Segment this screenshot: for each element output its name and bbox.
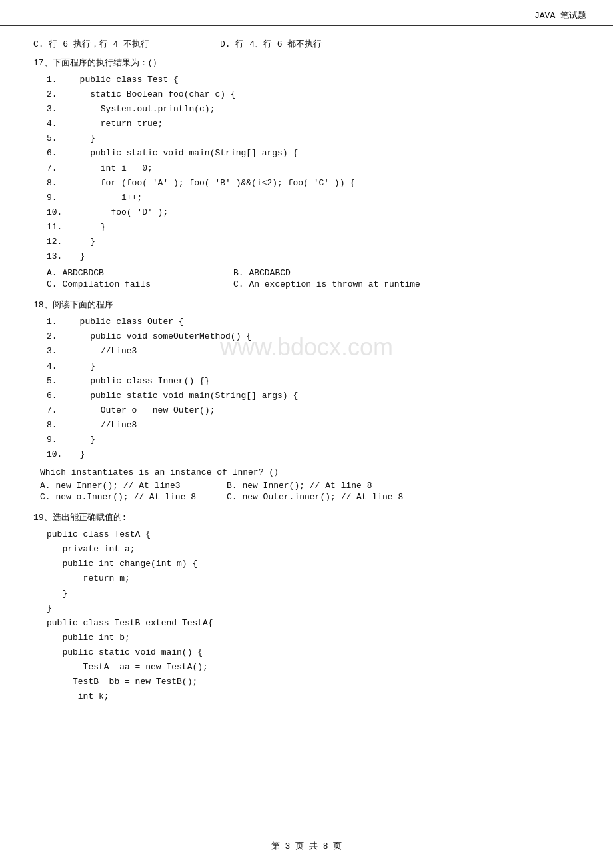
q17-answers: A. ABDCBDCBB. ABCDABCDC. Compilation fai… — [33, 268, 580, 289]
answer-row: C. new o.Inner(); // At line 8C. new Out… — [40, 492, 580, 502]
code-line: 3. //Line3 — [47, 344, 580, 359]
code-line: 2. static Boolean foo(char c) { — [47, 87, 580, 102]
header-title: JAVA 笔试题 — [534, 9, 586, 21]
code-line: } — [47, 601, 580, 616]
code-line: 6. public static void main(String[] args… — [47, 389, 580, 403]
code-line: 11. } — [47, 220, 580, 235]
question-17: 17、下面程序的执行结果为：(） 1. public class Test {2… — [33, 57, 580, 289]
page-content: C. 行 6 执行，行 4 不执行 D. 行 4、行 6 都不执行 17、下面程… — [0, 38, 613, 753]
code-line: 5. } — [47, 131, 580, 146]
code-line: 10. } — [47, 447, 580, 462]
code-line: 7. Outer o = new Outer(); — [47, 403, 580, 418]
code-line: 4. } — [47, 359, 580, 374]
code-line: public int b; — [47, 631, 580, 645]
q18-question-text: Which instantiates is an instance of Inn… — [33, 466, 580, 478]
code-line: 1. public class Outer { — [47, 315, 580, 329]
code-line: 1. public class Test { — [47, 73, 580, 87]
code-line: 5. public class Inner() {} — [47, 374, 580, 389]
code-line: public class TestB extend TestA{ — [47, 616, 580, 631]
q16-option-d: D. 行 4、行 6 都不执行 — [220, 38, 322, 50]
code-line: int k; — [47, 689, 580, 704]
question-19: 19、选出能正确赋值的: public class TestA { privat… — [33, 511, 580, 704]
q17-code: 1. public class Test {2. static Boolean … — [33, 73, 580, 264]
code-line: 8. for (foo( 'A' ); foo( 'B' )&&(i<2); f… — [47, 176, 580, 191]
footer-text: 第 3 页 共 8 页 — [271, 841, 342, 851]
code-line: TestA aa = new TestA(); — [47, 660, 580, 675]
q18-title: 18、阅读下面的程序 — [33, 299, 580, 311]
code-line: private int a; — [47, 542, 580, 557]
code-line: 12. } — [47, 235, 580, 249]
answer-row: A. ABDCBDCBB. ABCDABCD — [47, 268, 580, 278]
code-line: 8. //Line8 — [47, 418, 580, 433]
code-line: TestB bb = new TestB(); — [47, 675, 580, 689]
q16-option-c: C. 行 6 执行，行 4 不执行 — [33, 38, 220, 50]
code-line: 6. public static void main(String[] args… — [47, 146, 580, 161]
code-line: 9. } — [47, 433, 580, 447]
q19-code: public class TestA { private int a; publ… — [33, 527, 580, 704]
code-line: 2. public void someOuterMethod() { — [47, 329, 580, 344]
question-18: 18、阅读下面的程序 1. public class Outer {2. pub… — [33, 299, 580, 502]
answer-row: A. new Inner(); // At line3B. new Inner(… — [40, 481, 580, 491]
code-line: 4. return true; — [47, 117, 580, 131]
code-line: 7. int i = 0; — [47, 161, 580, 176]
code-line: 13. } — [47, 249, 580, 264]
q18-answers: A. new Inner(); // At line3B. new Inner(… — [33, 481, 580, 502]
page-footer: 第 3 页 共 8 页 — [0, 840, 613, 852]
q18-code: 1. public class Outer {2. public void so… — [33, 315, 580, 462]
page-header: JAVA 笔试题 — [0, 0, 613, 26]
answer-row: C. Compilation failsC. An exception is t… — [47, 279, 580, 289]
q16-options-row: C. 行 6 执行，行 4 不执行 D. 行 4、行 6 都不执行 — [33, 38, 580, 50]
code-line: 3. System.out.println(c); — [47, 102, 580, 117]
code-line: } — [47, 587, 580, 601]
code-line: return m; — [47, 571, 580, 586]
code-line: public int change(int m) { — [47, 557, 580, 571]
code-line: 9. i++; — [47, 191, 580, 205]
code-line: 10. foo( 'D' ); — [47, 205, 580, 220]
q19-title: 19、选出能正确赋值的: — [33, 511, 580, 523]
q17-title: 17、下面程序的执行结果为：(） — [33, 57, 580, 69]
code-line: public class TestA { — [47, 527, 580, 542]
code-line: public static void main() { — [47, 645, 580, 660]
